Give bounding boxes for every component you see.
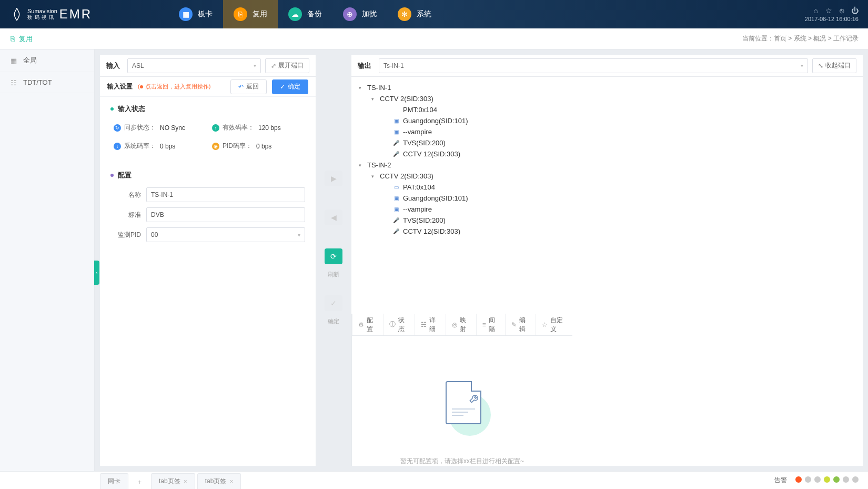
- move-left-button[interactable]: ◀: [325, 209, 342, 225]
- nav-icon: ✻: [398, 7, 411, 21]
- output-panel-container: 输出 Ts-IN-1 ▾ ⤡ 收起端口 ▾TS-IN-1▾CCTV 2(SID:…: [351, 55, 863, 466]
- input-panel: 输入 ASL ▾ ⤢ 展开端口 输入设置 (点击返回，进入复用操作) ↶ 返回: [100, 55, 316, 466]
- star-icon[interactable]: ☆: [825, 6, 832, 15]
- pid-icon: ◉: [212, 143, 219, 150]
- tree-node[interactable]: ▾CCTV 2(SID:303): [359, 93, 855, 104]
- nav-icon: ☁: [288, 7, 302, 21]
- monitor-pid-dropdown[interactable]: 00 ▾: [146, 227, 305, 242]
- tree-node[interactable]: ▭PAT:0x104: [359, 182, 855, 193]
- brand-sub: 数 码 视 讯: [27, 14, 57, 21]
- toolbar-映射[interactable]: ◎映射: [446, 314, 476, 335]
- system-rate: ↓系统码率：0 bps: [114, 142, 207, 151]
- tree-node[interactable]: ▣Guangdong(SID:101): [359, 193, 855, 204]
- home-icon[interactable]: ⌂: [814, 6, 818, 15]
- pid-rate: ◉PID码率：0 bps: [212, 142, 305, 151]
- expand-ports-button[interactable]: ⤢ 展开端口: [265, 58, 309, 73]
- tree-node[interactable]: 🎤CCTV 12(SID:303): [359, 148, 855, 159]
- tree-node[interactable]: 🎤CCTV 12(SID:303): [359, 226, 855, 237]
- mid-confirm-button[interactable]: ✓: [325, 295, 342, 311]
- back-arrow-icon: ↶: [238, 83, 244, 91]
- empty-hint: 暂无可配置项，请选择xx栏目进行相关配置~: [400, 457, 524, 466]
- refresh-button[interactable]: ⟳: [325, 248, 342, 264]
- input-title: 输入: [106, 61, 123, 71]
- config-toolbar: ⚙配置ⓘ状态☵详细◎映射≡间隔✎编辑☆自定义: [352, 314, 572, 336]
- caret-icon: ▾: [359, 85, 364, 91]
- tree-node[interactable]: ▾TS-IN-2: [359, 159, 855, 171]
- sidebar-item-1[interactable]: ☷TDT/TOT: [0, 72, 94, 93]
- tree-node[interactable]: ▾TS-IN-1: [359, 82, 855, 93]
- system-icon: ↓: [114, 143, 121, 150]
- tree-node[interactable]: ▣Guangdong(SID:101): [359, 115, 855, 126]
- logout-icon[interactable]: ⎋: [840, 6, 844, 15]
- refresh-label: 刷新: [328, 271, 339, 278]
- nav-item-4[interactable]: ✻系统: [387, 0, 442, 28]
- breadcrumb: 当前位置：首页 > 系统 > 概况 > 工作记录: [742, 34, 868, 43]
- node-type-icon: 🎤: [392, 152, 400, 157]
- node-type-icon: [392, 107, 400, 113]
- sidebar-icon: ▦: [11, 57, 18, 64]
- brand-name: Sumavision: [27, 8, 57, 14]
- name-input[interactable]: TS-IN-1: [146, 187, 305, 202]
- nav-item-1[interactable]: ⎘复用: [223, 0, 278, 28]
- confirm-button[interactable]: ✓ 确定: [272, 79, 308, 94]
- toolbar-配置[interactable]: ⚙配置: [352, 314, 383, 335]
- nav-item-0[interactable]: ▦板卡: [168, 0, 223, 28]
- toolbar-自定义[interactable]: ☆自定义: [536, 314, 572, 335]
- monitor-pid-label: 监测PID: [110, 231, 141, 239]
- toolbar-icon: ⓘ: [389, 320, 396, 329]
- toolbar-间隔[interactable]: ≡间隔: [476, 314, 505, 335]
- node-type-icon: 🎤: [392, 218, 400, 223]
- toolbar-icon: ☆: [542, 321, 548, 328]
- caret-icon: ▾: [359, 163, 364, 168]
- output-tree: ▾TS-IN-1▾CCTV 2(SID:303)PMT:0x104▣Guangd…: [351, 77, 863, 242]
- standard-input[interactable]: DVB: [146, 207, 305, 222]
- empty-state: 暂无可配置项，请选择xx栏目进行相关配置~: [400, 336, 524, 466]
- tree-node[interactable]: ▾CCTV 2(SID:303): [359, 171, 855, 182]
- input-settings-title: 输入设置: [107, 82, 133, 91]
- logo: Sumavision 数 码 视 讯 EMR: [0, 7, 95, 22]
- chevron-down-icon: ▾: [801, 63, 803, 68]
- toolbar-icon: ✎: [511, 321, 517, 328]
- sync-icon: ↻: [114, 124, 121, 132]
- power-icon[interactable]: ⏻: [851, 6, 859, 15]
- node-type-icon: 🎤: [392, 229, 400, 234]
- toolbar-icon: ☵: [421, 321, 427, 328]
- node-type-icon: ▣: [392, 129, 400, 135]
- input-status-section-title: 输入状态: [110, 104, 305, 114]
- toolbar-详细[interactable]: ☵详细: [415, 314, 446, 335]
- toolbar-icon: ≡: [482, 321, 486, 328]
- node-type-icon: ▭: [392, 185, 400, 190]
- brand-logo-icon: [9, 7, 24, 22]
- nav-item-3[interactable]: ⊕加扰: [332, 0, 387, 28]
- tree-node[interactable]: 🎤TVS(SID:200): [359, 215, 855, 226]
- node-type-icon: ▣: [392, 118, 400, 124]
- caret-icon: ▾: [371, 96, 377, 102]
- main-nav: ▦板卡⎘复用☁备份⊕加扰✻系统: [168, 0, 805, 28]
- move-right-button[interactable]: ▶: [325, 171, 342, 186]
- node-type-icon: ▣: [392, 207, 400, 212]
- tree-node[interactable]: PMT:0x104: [359, 104, 855, 115]
- nav-icon: ⎘: [234, 7, 247, 21]
- sync-status: ↻同步状态：NO Sync: [114, 123, 207, 132]
- toolbar-icon: ◎: [452, 321, 457, 328]
- tree-node[interactable]: 🎤TVS(SID:200): [359, 137, 855, 148]
- toolbar-状态[interactable]: ⓘ状态: [383, 314, 415, 335]
- output-source-dropdown[interactable]: Ts-IN-1 ▾: [379, 58, 808, 73]
- sidebar-item-0[interactable]: ▦全局: [0, 49, 94, 72]
- app-header: Sumavision 数 码 视 讯 EMR ▦板卡⎘复用☁备份⊕加扰✻系统 ⌂…: [0, 0, 868, 28]
- nav-item-2[interactable]: ☁备份: [278, 0, 332, 28]
- input-source-dropdown[interactable]: ASL ▾: [127, 58, 261, 73]
- output-title: 输出: [358, 61, 375, 71]
- collapse-ports-button[interactable]: ⤡ 收起端口: [812, 58, 856, 73]
- rate-icon: ↑: [212, 124, 219, 132]
- copy-icon: ⎘: [11, 35, 15, 43]
- effective-rate: ↑有效码率：120 bps: [212, 123, 305, 132]
- expand-icon: ⤢: [271, 62, 276, 69]
- tree-node[interactable]: ▣--vampire: [359, 126, 855, 137]
- caret-icon: ▾: [371, 174, 377, 179]
- toolbar-编辑[interactable]: ✎编辑: [505, 314, 536, 335]
- sidebar-collapse-handle[interactable]: ‹: [94, 261, 99, 285]
- tree-node[interactable]: ▣--vampire: [359, 204, 855, 215]
- back-button[interactable]: ↶ 返回: [230, 79, 267, 94]
- empty-illustration-icon: [433, 378, 491, 436]
